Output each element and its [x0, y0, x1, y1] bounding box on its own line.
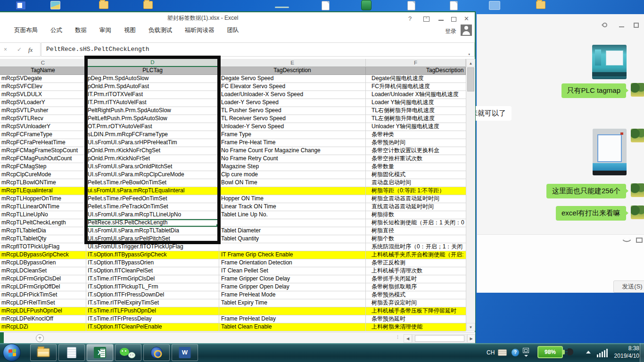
- cell-d[interactable]: IT.sOption.fITBypassGripCheck: [86, 251, 219, 259]
- close-icon[interactable]: ✕: [464, 16, 469, 22]
- cell-f[interactable]: 条带预热延时: [366, 315, 466, 323]
- cell-f[interactable]: 树脂个数: [366, 235, 466, 243]
- cell-d[interactable]: IT.sTime.rITFrPressDelay: [86, 315, 219, 323]
- cell-f[interactable]: 条带空推杆重试次数: [366, 155, 466, 163]
- cell-c[interactable]: mRcpLDFrRelTimSet: [0, 299, 86, 307]
- tab-data[interactable]: 数据: [75, 26, 87, 34]
- avatar[interactable]: [631, 183, 644, 197]
- formula-input[interactable]: PeltRece.sHS.PeltCheckLength ▾: [41, 42, 475, 57]
- cell-d[interactable]: IT.sOption.fITPickupTL_Frm: [86, 283, 219, 291]
- add-sheet-button[interactable]: +: [36, 334, 44, 342]
- cell-c[interactable]: mRcpLDFrmGripOffDel: [0, 283, 86, 291]
- cell-e[interactable]: [219, 307, 366, 315]
- cell-f[interactable]: FC升降机伺服电机速度: [366, 83, 466, 91]
- cell-e[interactable]: IT Clean Pellet Set: [219, 267, 366, 275]
- scroll-down-icon[interactable]: ▼: [466, 323, 475, 331]
- cell-e[interactable]: Degate Servo Speed: [219, 75, 366, 83]
- cell-d[interactable]: UI.sFromUI.sTrigger.fITOTPickUpFlag: [86, 243, 219, 251]
- cell-c[interactable]: mRcpLDZi: [0, 323, 86, 331]
- scroll-left-icon[interactable]: ◀: [404, 334, 412, 343]
- cell-e[interactable]: No Frame Retry Count: [219, 155, 366, 163]
- chevron-down-icon[interactable]: [524, 355, 528, 357]
- desktop-icon-recycle[interactable]: [361, 0, 372, 10]
- horizontal-scrollbar[interactable]: [412, 334, 467, 343]
- cell-f[interactable]: TL左侧树脂升降电机速度: [366, 115, 466, 123]
- cell-c[interactable]: mRcpSVUnloaderY: [0, 123, 86, 131]
- cell-f[interactable]: Unloader Y轴伺服电机速度: [366, 123, 466, 131]
- chat-bubble-outgoing[interactable]: 只有PLC tagmap: [561, 83, 626, 98]
- cell-e[interactable]: Frame Gripper Open Delay: [219, 283, 366, 291]
- cell-e[interactable]: Frame Pre-Heat Time: [219, 139, 366, 147]
- cell-e[interactable]: Unloader-Y Servo Speed: [219, 123, 366, 131]
- column-header-f[interactable]: F: [366, 59, 466, 67]
- enter-icon[interactable]: ✓: [17, 46, 22, 53]
- cell-e[interactable]: Frame Orientation Detection: [219, 259, 366, 267]
- desktop-icon-picture[interactable]: [50, 1, 60, 9]
- tab-load-test[interactable]: 负载测试: [149, 26, 172, 34]
- cell-c[interactable]: mRcpTLTabletQty: [0, 235, 86, 243]
- cell-f[interactable]: 条带预热模式: [366, 291, 466, 299]
- insert-function-icon[interactable]: fx: [28, 46, 33, 54]
- cell-f[interactable]: 震动盘启动时间: [366, 179, 466, 187]
- cell-c[interactable]: mRcpLDLFPushOpnDel: [0, 307, 86, 315]
- cell-f[interactable]: 条带数量: [366, 163, 466, 171]
- cell-f[interactable]: 树脂盒震动器震动延时时间: [366, 195, 466, 203]
- tab-view[interactable]: 视图: [124, 26, 136, 34]
- cell-c[interactable]: mRcpTLEqualinteral: [0, 187, 86, 195]
- cell-e[interactable]: Tablet Expiry Time: [219, 299, 366, 307]
- cell-f[interactable]: Degate伺服电机速度: [366, 75, 466, 83]
- avatar[interactable]: [631, 83, 644, 97]
- ribbon-options-icon[interactable]: ⌃: [423, 16, 429, 22]
- cell-f[interactable]: 树脂直径: [366, 227, 466, 235]
- cell-e[interactable]: TL Pusher Servo Speed: [219, 107, 366, 115]
- pin-icon[interactable]: [602, 22, 608, 28]
- cell-f[interactable]: 直线震动器震动延时时间: [366, 203, 466, 211]
- sign-in-button[interactable]: 登录: [445, 27, 456, 35]
- cell-e[interactable]: Linear Track ON Time: [219, 203, 366, 211]
- cell-e[interactable]: Tablet Quantity: [219, 235, 366, 243]
- chat-bubble-outgoing[interactable]: excel有打出来看嘛: [556, 206, 626, 221]
- desktop-icon-folder[interactable]: [99, 1, 108, 9]
- cancel-icon[interactable]: ×: [4, 46, 7, 53]
- cell-e[interactable]: Frame Gripper Close Delay: [219, 275, 366, 283]
- cell-f[interactable]: 条带正反检测: [366, 259, 466, 267]
- start-button[interactable]: [3, 344, 21, 362]
- cell-f[interactable]: 树脂长短检测使能（开启：1 关闭：0: [366, 219, 466, 227]
- battery-indicator[interactable]: 98%: [537, 346, 563, 358]
- cell-e[interactable]: Frame PreHeat Mode: [219, 291, 366, 299]
- tab-foxit-reader[interactable]: 福昕阅读器: [185, 26, 215, 34]
- cell-e[interactable]: Bowl ON Time: [219, 179, 366, 187]
- cell-f[interactable]: 上料机械手清理次数: [366, 267, 466, 275]
- cell-c[interactable]: mRcpFCMagPushOutCount: [0, 155, 86, 163]
- cell-c[interactable]: mRcpLDBypassOrien: [0, 259, 86, 267]
- help-icon[interactable]: ?: [408, 16, 412, 22]
- cell-e[interactable]: TL Receiver Servo Speed: [219, 115, 366, 123]
- taskbar-browser-button[interactable]: [143, 344, 170, 361]
- desktop-icon-folder[interactable]: [143, 1, 153, 9]
- avatar[interactable]: [631, 129, 644, 142]
- cell-c[interactable]: mRcpLDCleanSet: [0, 267, 86, 275]
- column-header-e[interactable]: E: [219, 59, 366, 67]
- cell-e[interactable]: [219, 187, 366, 195]
- cell-f[interactable]: 树脂排数: [366, 211, 466, 219]
- show-desktop-button[interactable]: [640, 343, 644, 362]
- cell-d[interactable]: IT.sOption.fITCleanPelSet: [86, 267, 219, 275]
- cell-d[interactable]: IT.sTime.rITFrmGripClsDel: [86, 275, 219, 283]
- cell-c[interactable]: mRcpFCMagFrameStopCount: [0, 147, 86, 155]
- cell-f[interactable]: 树脂等距（0:等距 1:不等距）: [366, 187, 466, 195]
- cell-f[interactable]: 条带预热时间: [366, 139, 466, 147]
- maximize-icon[interactable]: [634, 23, 639, 28]
- cell-e[interactable]: Frame PreHeat Delay: [219, 315, 366, 323]
- cell-c[interactable]: mRcpTLTabletDia: [0, 227, 86, 235]
- send-button[interactable]: 发送(S): [613, 280, 644, 293]
- cell-c[interactable]: mRcpLDPelKnoclOff: [0, 315, 86, 323]
- desktop-icon-folder[interactable]: [536, 1, 545, 9]
- sheet-tab[interactable]: [0, 332, 4, 344]
- desktop-icon-minimized-window[interactable]: [275, 7, 289, 8]
- cell-e[interactable]: Tablet Diameter: [219, 227, 366, 235]
- taskbar-word-button[interactable]: W: [172, 344, 198, 361]
- language-indicator[interactable]: CH: [487, 349, 495, 356]
- cell-f[interactable]: TL右侧树脂升降电机速度: [366, 107, 466, 115]
- cell-c[interactable]: mRcpSVDegate: [0, 75, 86, 83]
- cell-f[interactable]: Loader Y轴伺服电机速度: [366, 99, 466, 107]
